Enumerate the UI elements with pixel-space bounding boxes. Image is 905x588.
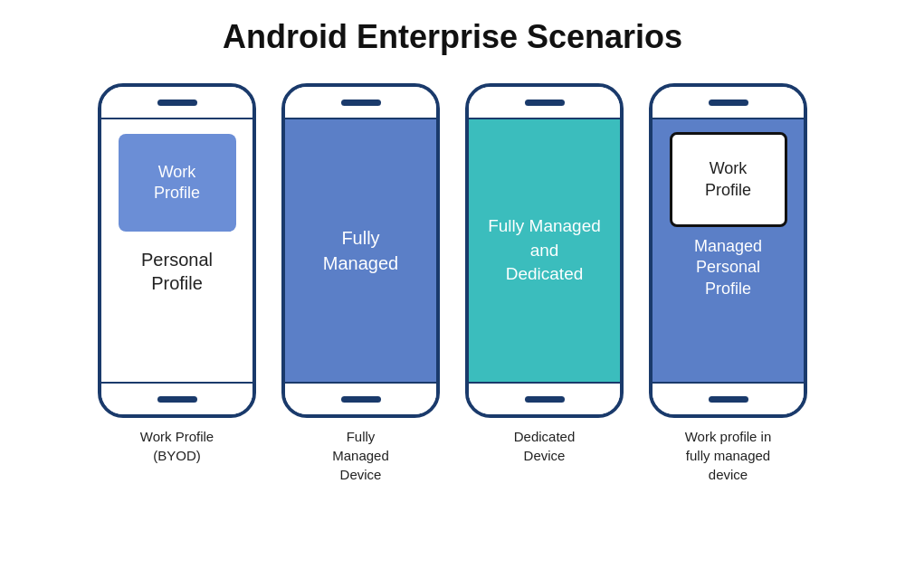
phone-fully-managed: Fully Managed — [281, 83, 440, 418]
work-profile-box-byod: Work Profile — [119, 134, 236, 232]
scenario-fully-managed-label: Fully Managed Device — [332, 427, 389, 484]
phone-work-managed: Work Profile Managed Personal Profile — [649, 83, 807, 418]
scenario-dedicated-label: Dedicated Device — [514, 427, 576, 465]
phone-screen-byod: Work Profile Personal Profile — [101, 119, 252, 382]
work-profile-label: Work Profile — [154, 162, 200, 204]
scenario-byod-label: Work Profile (BYOD) — [140, 427, 214, 465]
phone-top-bar-4 — [653, 87, 804, 119]
phone-notch — [157, 100, 197, 106]
phone-bottom-bar-4 — [653, 382, 804, 414]
phone-dedicated: Fully Managed and Dedicated — [465, 83, 624, 418]
phone-bottom-bar-2 — [285, 382, 436, 414]
phone-notch-4 — [709, 100, 748, 106]
personal-profile-label: Personal Profile — [141, 248, 213, 295]
phone-screen-dedicated: Fully Managed and Dedicated — [469, 119, 620, 382]
phone-home-button — [157, 396, 197, 403]
phone-home-button-2 — [341, 396, 381, 403]
phone-notch-3 — [525, 100, 565, 106]
phone-screen-work-managed: Work Profile Managed Personal Profile — [653, 119, 804, 382]
work-profile-box-outlined: Work Profile — [670, 132, 787, 227]
fully-managed-label: Fully Managed — [323, 225, 398, 276]
scenario-dedicated: Fully Managed and Dedicated Dedicated De… — [465, 83, 624, 465]
scenario-fully-managed: Fully Managed Fully Managed Device — [281, 83, 440, 484]
phone-byod: Work Profile Personal Profile — [98, 83, 256, 418]
scenario-work-managed-label: Work profile in fully managed device — [685, 427, 772, 484]
phone-home-button-4 — [709, 396, 748, 403]
phone-top-bar-3 — [469, 87, 620, 119]
phone-home-button-3 — [525, 396, 565, 403]
scenario-byod: Work Profile Personal Profile Work Profi… — [98, 83, 256, 465]
page-title: Android Enterprise Scenarios — [223, 18, 682, 56]
phone-top-bar-2 — [285, 87, 436, 119]
phone-top-bar — [101, 87, 252, 119]
work-profile-outlined-label: Work Profile — [705, 158, 751, 201]
phone-notch-2 — [341, 100, 381, 106]
phone-screen-fully-managed: Fully Managed — [285, 119, 436, 382]
scenarios-container: Work Profile Personal Profile Work Profi… — [98, 83, 807, 484]
scenario-work-managed: Work Profile Managed Personal Profile Wo… — [649, 83, 807, 484]
managed-personal-profile-label: Managed Personal Profile — [694, 236, 762, 299]
dedicated-label: Fully Managed and Dedicated — [488, 214, 601, 287]
phone-bottom-bar-3 — [469, 382, 620, 414]
phone-bottom-bar — [101, 382, 252, 414]
